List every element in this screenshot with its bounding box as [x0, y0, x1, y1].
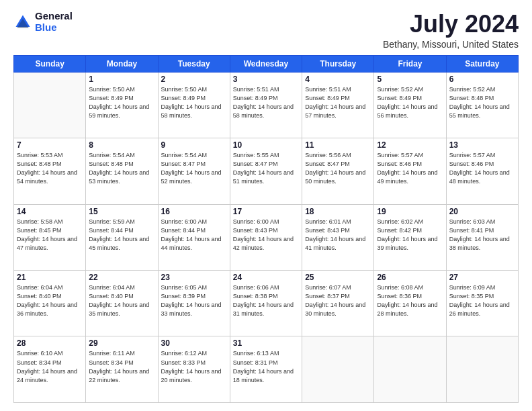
day-info: Sunrise: 5:59 AM Sunset: 8:44 PM Dayligh… [89, 218, 154, 253]
calendar-cell [14, 72, 86, 138]
day-info: Sunrise: 5:54 AM Sunset: 8:47 PM Dayligh… [161, 151, 227, 186]
calendar-cell: 19 Sunrise: 6:02 AM Sunset: 8:42 PM Dayl… [374, 204, 446, 270]
calendar-cell: 22 Sunrise: 6:04 AM Sunset: 8:40 PM Dayl… [86, 271, 158, 336]
day-info: Sunrise: 6:13 AM Sunset: 8:31 PM Dayligh… [233, 349, 299, 384]
day-info: Sunrise: 5:50 AM Sunset: 8:49 PM Dayligh… [161, 85, 227, 120]
logo-text: General Blue [35, 11, 73, 33]
calendar-cell: 1 Sunrise: 5:50 AM Sunset: 8:49 PM Dayli… [86, 72, 158, 138]
calendar-cell [446, 336, 518, 403]
calendar-cell: 8 Sunrise: 5:54 AM Sunset: 8:48 PM Dayli… [86, 138, 158, 204]
day-number: 28 [17, 338, 83, 348]
day-info: Sunrise: 5:51 AM Sunset: 8:49 PM Dayligh… [233, 85, 299, 120]
day-info: Sunrise: 5:54 AM Sunset: 8:48 PM Dayligh… [89, 151, 154, 186]
day-number: 10 [233, 140, 299, 150]
calendar-cell: 25 Sunrise: 6:07 AM Sunset: 8:37 PM Dayl… [302, 271, 374, 336]
day-info: Sunrise: 6:10 AM Sunset: 8:34 PM Dayligh… [17, 349, 83, 384]
logo-icon [13, 13, 32, 32]
day-info: Sunrise: 5:57 AM Sunset: 8:46 PM Dayligh… [449, 151, 515, 186]
calendar-week-row: 1 Sunrise: 5:50 AM Sunset: 8:49 PM Dayli… [14, 72, 519, 138]
day-info: Sunrise: 5:52 AM Sunset: 8:49 PM Dayligh… [377, 85, 443, 120]
day-info: Sunrise: 6:08 AM Sunset: 8:36 PM Dayligh… [377, 283, 443, 318]
day-number: 24 [233, 273, 299, 282]
day-info: Sunrise: 6:03 AM Sunset: 8:41 PM Dayligh… [449, 218, 515, 253]
calendar-cell: 9 Sunrise: 5:54 AM Sunset: 8:47 PM Dayli… [158, 138, 230, 204]
location: Bethany, Missouri, United States [383, 39, 519, 50]
day-info: Sunrise: 5:57 AM Sunset: 8:46 PM Dayligh… [377, 151, 443, 186]
day-number: 5 [377, 75, 443, 84]
day-number: 12 [377, 140, 443, 150]
day-number: 1 [89, 75, 154, 84]
calendar-day-header: Sunday [14, 55, 86, 72]
title-block: July 2024 Bethany, Missouri, United Stat… [383, 11, 519, 50]
calendar-cell: 20 Sunrise: 6:03 AM Sunset: 8:41 PM Dayl… [446, 204, 518, 270]
day-number: 23 [161, 273, 227, 282]
day-info: Sunrise: 6:00 AM Sunset: 8:44 PM Dayligh… [161, 218, 227, 253]
day-number: 17 [233, 207, 299, 216]
calendar-cell: 4 Sunrise: 5:51 AM Sunset: 8:49 PM Dayli… [302, 72, 374, 138]
day-number: 11 [305, 140, 371, 150]
day-number: 31 [233, 338, 299, 348]
day-info: Sunrise: 5:50 AM Sunset: 8:49 PM Dayligh… [89, 85, 154, 120]
calendar-cell: 2 Sunrise: 5:50 AM Sunset: 8:49 PM Dayli… [158, 72, 230, 138]
calendar-day-header: Monday [86, 55, 158, 72]
calendar-cell: 15 Sunrise: 5:59 AM Sunset: 8:44 PM Dayl… [86, 204, 158, 270]
calendar-week-row: 21 Sunrise: 6:04 AM Sunset: 8:40 PM Dayl… [14, 271, 519, 336]
month-year: July 2024 [383, 11, 519, 38]
day-number: 27 [449, 273, 515, 282]
calendar-cell: 21 Sunrise: 6:04 AM Sunset: 8:40 PM Dayl… [14, 271, 86, 336]
calendar-cell: 18 Sunrise: 6:01 AM Sunset: 8:43 PM Dayl… [302, 204, 374, 270]
day-info: Sunrise: 6:04 AM Sunset: 8:40 PM Dayligh… [89, 283, 154, 318]
day-info: Sunrise: 5:58 AM Sunset: 8:45 PM Dayligh… [17, 218, 83, 253]
calendar-cell: 7 Sunrise: 5:53 AM Sunset: 8:48 PM Dayli… [14, 138, 86, 204]
calendar-header-row: SundayMondayTuesdayWednesdayThursdayFrid… [14, 55, 519, 72]
calendar-day-header: Wednesday [230, 55, 302, 72]
calendar-cell: 31 Sunrise: 6:13 AM Sunset: 8:31 PM Dayl… [230, 336, 302, 403]
calendar-cell: 10 Sunrise: 5:55 AM Sunset: 8:47 PM Dayl… [230, 138, 302, 204]
calendar-cell [374, 336, 446, 403]
day-info: Sunrise: 6:09 AM Sunset: 8:35 PM Dayligh… [449, 283, 515, 318]
calendar-cell: 13 Sunrise: 5:57 AM Sunset: 8:46 PM Dayl… [446, 138, 518, 204]
day-number: 21 [17, 273, 83, 282]
calendar-cell: 30 Sunrise: 6:12 AM Sunset: 8:33 PM Dayl… [158, 336, 230, 403]
calendar-cell: 17 Sunrise: 6:00 AM Sunset: 8:43 PM Dayl… [230, 204, 302, 270]
calendar-week-row: 14 Sunrise: 5:58 AM Sunset: 8:45 PM Dayl… [14, 204, 519, 270]
day-number: 3 [233, 75, 299, 84]
day-number: 7 [17, 140, 83, 150]
day-number: 19 [377, 207, 443, 216]
calendar-cell: 29 Sunrise: 6:11 AM Sunset: 8:34 PM Dayl… [86, 336, 158, 403]
day-info: Sunrise: 6:05 AM Sunset: 8:39 PM Dayligh… [161, 283, 227, 318]
day-number: 15 [89, 207, 154, 216]
day-info: Sunrise: 6:11 AM Sunset: 8:34 PM Dayligh… [89, 349, 154, 384]
calendar-day-header: Tuesday [158, 55, 230, 72]
day-number: 4 [305, 75, 371, 84]
day-info: Sunrise: 5:52 AM Sunset: 8:48 PM Dayligh… [449, 85, 515, 120]
day-number: 30 [161, 338, 227, 348]
day-info: Sunrise: 6:00 AM Sunset: 8:43 PM Dayligh… [233, 218, 299, 253]
calendar-cell [302, 336, 374, 403]
day-number: 6 [449, 75, 515, 84]
calendar-week-row: 28 Sunrise: 6:10 AM Sunset: 8:34 PM Dayl… [14, 336, 519, 403]
day-number: 14 [17, 207, 83, 216]
day-info: Sunrise: 6:12 AM Sunset: 8:33 PM Dayligh… [161, 349, 227, 384]
calendar-cell: 3 Sunrise: 5:51 AM Sunset: 8:49 PM Dayli… [230, 72, 302, 138]
header: General Blue July 2024 Bethany, Missouri… [13, 11, 519, 50]
day-number: 2 [161, 75, 227, 84]
day-number: 8 [89, 140, 154, 150]
day-info: Sunrise: 6:06 AM Sunset: 8:38 PM Dayligh… [233, 283, 299, 318]
calendar-table: SundayMondayTuesdayWednesdayThursdayFrid… [13, 55, 519, 403]
day-number: 9 [161, 140, 227, 150]
day-number: 25 [305, 273, 371, 282]
day-number: 18 [305, 207, 371, 216]
day-number: 16 [161, 207, 227, 216]
calendar-day-header: Friday [374, 55, 446, 72]
day-number: 13 [449, 140, 515, 150]
calendar-day-header: Thursday [302, 55, 374, 72]
calendar-cell: 24 Sunrise: 6:06 AM Sunset: 8:38 PM Dayl… [230, 271, 302, 336]
calendar-cell: 28 Sunrise: 6:10 AM Sunset: 8:34 PM Dayl… [14, 336, 86, 403]
logo: General Blue [13, 11, 73, 33]
day-info: Sunrise: 5:56 AM Sunset: 8:47 PM Dayligh… [305, 151, 371, 186]
logo-blue: Blue [35, 22, 73, 34]
page: General Blue July 2024 Bethany, Missouri… [0, 0, 532, 411]
logo-general: General [35, 11, 73, 22]
calendar-cell: 11 Sunrise: 5:56 AM Sunset: 8:47 PM Dayl… [302, 138, 374, 204]
